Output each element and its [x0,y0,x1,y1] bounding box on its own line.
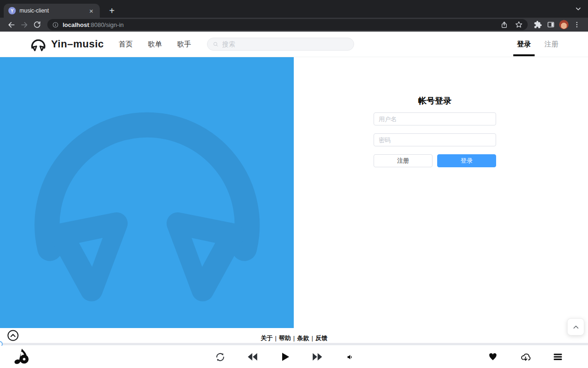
player-bar [0,346,588,368]
slider-track[interactable] [0,343,588,345]
heart-icon [488,352,498,361]
main-nav: 首页 歌单 歌手 [119,40,191,49]
favorite-button[interactable] [487,351,499,363]
url-text[interactable]: localhost:8080/sign-in [63,21,124,28]
tab-sign-in[interactable]: 登录 [517,40,531,49]
tab-close-icon[interactable]: × [87,7,95,15]
repeat-icon [215,352,225,362]
url-host: localhost [63,21,89,28]
browser-toolbar: localhost:8080/sign-in [0,18,588,32]
browser-menu-icon[interactable] [570,19,583,31]
forward-button[interactable] [18,19,31,31]
playlist-menu-button[interactable] [552,351,564,363]
reload-button[interactable] [31,19,44,31]
browser-tab[interactable]: Y music-client × [4,4,100,18]
search-icon [213,41,219,48]
headphones-watermark-icon [13,66,280,319]
hamburger-menu-icon [553,352,563,362]
register-button[interactable]: 注册 [374,154,433,167]
player-logo [12,346,32,368]
new-tab-button[interactable]: + [105,4,118,17]
auth-nav: 登录 注册 [517,40,558,49]
headphones-icon [30,37,47,52]
extensions-icon[interactable] [531,19,544,31]
search-box[interactable] [207,38,354,51]
footer-links: 关于|帮助|条款|反馈 [260,334,327,342]
volume-button[interactable] [344,351,356,363]
footer-link-terms[interactable]: 条款 [297,335,309,342]
nav-artists[interactable]: 歌手 [177,40,191,49]
music-note-icon [12,346,32,367]
download-button[interactable] [519,351,531,363]
fast-forward-icon [311,351,323,363]
nav-home[interactable]: 首页 [119,40,133,49]
password-input[interactable] [374,133,496,146]
rewind-button[interactable] [246,351,258,363]
browser-tab-strip: Y music-client × + [0,0,588,18]
nav-playlists[interactable]: 歌单 [148,40,162,49]
play-button[interactable] [279,351,291,363]
footer: 关于|帮助|条款|反馈 [0,328,588,343]
login-title: 帐号登录 [374,95,496,106]
share-icon[interactable] [500,21,508,29]
collapse-player-button[interactable] [7,329,19,342]
play-icon [279,351,291,362]
bookmark-star-icon[interactable] [515,20,523,29]
tab-sign-up[interactable]: 注册 [544,40,558,49]
search-input[interactable] [222,40,349,48]
profile-avatar[interactable] [557,19,570,31]
footer-link-feedback[interactable]: 反馈 [316,335,328,342]
tab-favicon: Y [8,7,16,14]
site-info-icon[interactable] [52,21,59,28]
main-content: 帐号登录 注册 登录 [0,57,588,328]
back-button[interactable] [5,19,18,31]
player-right-controls [487,351,564,363]
footer-separator: | [311,335,313,342]
username-input[interactable] [374,112,496,125]
cloud-download-icon [520,352,531,362]
browser-window: Y music-client × + localhost:8080/sign-i… [0,0,588,368]
footer-link-about[interactable]: 关于 [260,335,272,342]
scroll-top-button[interactable] [567,318,584,335]
chevron-up-icon [572,323,580,331]
tab-title: music-client [19,7,87,14]
footer-link-help[interactable]: 帮助 [279,335,291,342]
player-controls [214,351,356,363]
volume-icon [346,353,354,361]
brand-title: Yin–music [51,38,104,50]
address-bar[interactable]: localhost:8080/sign-in [47,19,528,30]
brand-logo[interactable]: Yin–music [30,37,104,52]
app-header: Yin–music 首页 歌单 歌手 登录 注册 [0,32,588,57]
footer-separator: | [275,335,276,342]
login-card: 帐号登录 注册 登录 [374,95,496,167]
rewind-icon [246,351,258,363]
fast-forward-button[interactable] [311,351,323,363]
footer-separator: | [293,335,295,342]
side-panel-icon[interactable] [544,19,557,31]
hero-panel [0,57,294,328]
login-button[interactable]: 登录 [437,154,496,167]
repeat-button[interactable] [214,351,226,363]
chevron-down-icon[interactable] [574,5,582,15]
url-path: :8080/sign-in [89,21,123,28]
content-panel: 帐号登录 注册 登录 [294,57,588,328]
chevron-up-circle-icon [7,329,19,342]
